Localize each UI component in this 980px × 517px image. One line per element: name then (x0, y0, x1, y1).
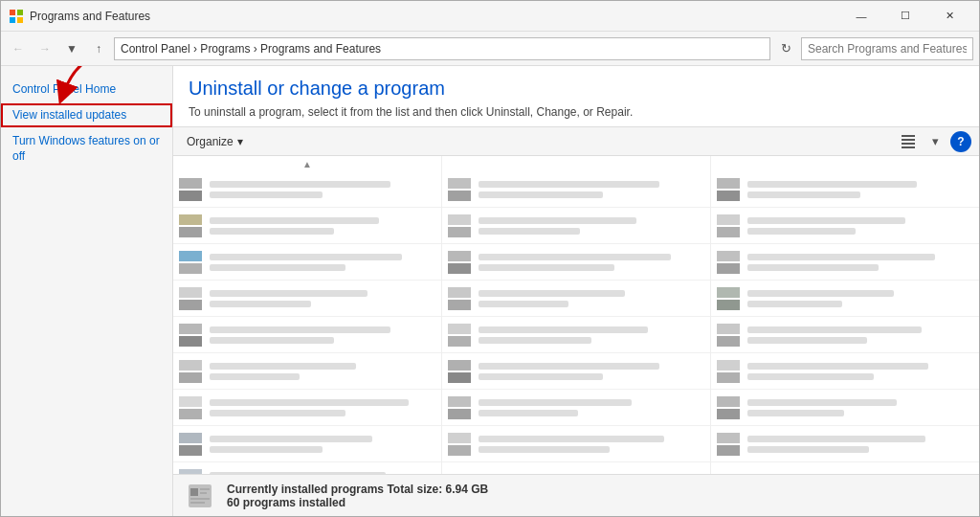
program-icon (448, 287, 471, 310)
program-info (210, 472, 435, 475)
program-icon (717, 433, 740, 456)
svg-rect-12 (190, 498, 210, 500)
svg-rect-1 (17, 10, 23, 15)
content-area: Uninstall or change a program To uninsta… (173, 66, 979, 516)
sidebar: Control Panel Home View installed update… (1, 66, 173, 516)
program-info (210, 326, 435, 344)
organize-button[interactable]: Organize ▾ (181, 131, 249, 152)
svg-rect-0 (10, 10, 15, 15)
program-icon (717, 396, 740, 419)
program-icon (717, 214, 740, 237)
program-icon (717, 324, 740, 347)
program-info (479, 290, 704, 307)
up-button[interactable]: ↑ (87, 37, 110, 60)
table-row[interactable] (711, 426, 979, 462)
window-title: Programs and Features (30, 10, 839, 23)
table-row[interactable] (442, 244, 710, 281)
table-row[interactable] (173, 244, 441, 281)
maximize-button[interactable]: ☐ (883, 1, 927, 32)
program-info (747, 436, 973, 453)
table-row[interactable] (711, 281, 979, 317)
table-row[interactable] (711, 390, 979, 426)
program-column-1: ▲ (173, 156, 442, 474)
table-row[interactable] (442, 426, 710, 462)
program-icon (448, 396, 471, 419)
svg-rect-5 (902, 139, 915, 141)
program-icon (717, 178, 740, 201)
table-row[interactable] (711, 171, 979, 208)
program-info (210, 290, 435, 307)
help-button[interactable]: ? (950, 131, 971, 152)
main-area: Control Panel Home View installed update… (1, 66, 979, 516)
table-row[interactable] (173, 426, 441, 462)
table-row[interactable] (442, 390, 710, 426)
sidebar-item-turn-windows-features[interactable]: Turn Windows features on or off (1, 129, 172, 169)
recent-locations-button[interactable]: ▼ (60, 37, 83, 60)
program-info (747, 290, 973, 307)
program-icon (179, 178, 202, 201)
program-info (210, 181, 435, 198)
table-row[interactable] (442, 171, 710, 208)
program-info (747, 326, 973, 344)
minimize-button[interactable]: — (839, 1, 883, 32)
table-row[interactable] (442, 208, 710, 244)
program-icon (179, 214, 202, 237)
toolbar: Organize ▾ ▾ ? (173, 127, 979, 156)
program-column-3 (711, 156, 979, 474)
program-column-2 (442, 156, 711, 474)
program-icon (448, 178, 471, 201)
program-info (479, 217, 704, 235)
svg-rect-11 (200, 492, 207, 494)
window-controls: — ☐ ✕ (839, 1, 971, 32)
program-icon (179, 287, 202, 310)
program-icon (717, 251, 740, 274)
program-info (479, 399, 704, 416)
table-row[interactable] (173, 353, 441, 390)
program-info (479, 254, 704, 271)
table-row[interactable] (442, 353, 710, 390)
program-info (210, 436, 435, 453)
table-row[interactable] (173, 390, 441, 426)
program-icon (179, 324, 202, 347)
footer: Currently installed programs Total size:… (173, 474, 979, 516)
program-info (210, 217, 435, 235)
program-info (210, 399, 435, 416)
title-bar: Programs and Features — ☐ ✕ (1, 1, 979, 32)
program-info (747, 217, 973, 235)
sidebar-item-control-panel-home[interactable]: Control Panel Home (1, 78, 172, 101)
table-row[interactable] (173, 462, 441, 474)
refresh-button[interactable]: ↻ (774, 37, 797, 60)
search-input[interactable] (801, 37, 973, 60)
program-info (210, 254, 435, 271)
address-path[interactable]: Control Panel › Programs › Programs and … (114, 37, 770, 60)
window-icon (9, 9, 24, 24)
toolbar-right: ▾ ? (897, 131, 971, 152)
forward-button[interactable]: → (33, 37, 56, 60)
table-row[interactable] (711, 244, 979, 281)
program-icon (448, 433, 471, 456)
table-row[interactable] (173, 317, 441, 353)
program-info (747, 399, 973, 416)
table-row[interactable] (173, 208, 441, 244)
address-bar: ← → ▼ ↑ Control Panel › Programs › Progr… (1, 32, 979, 66)
program-list[interactable]: ▲ (173, 156, 979, 474)
svg-rect-2 (10, 17, 15, 23)
table-row[interactable] (173, 171, 441, 208)
program-icon (179, 360, 202, 383)
program-icon (179, 433, 202, 456)
table-row[interactable] (442, 317, 710, 353)
close-button[interactable]: ✕ (927, 1, 971, 32)
table-row[interactable] (711, 353, 979, 390)
program-icon (448, 324, 471, 347)
table-row[interactable] (711, 317, 979, 353)
sidebar-item-view-installed-updates[interactable]: View installed updates (1, 103, 172, 127)
table-row[interactable] (442, 281, 710, 317)
program-icon (448, 360, 471, 383)
view-dropdown-button[interactable]: ▾ (924, 131, 947, 152)
view-details-button[interactable] (897, 131, 920, 152)
table-row[interactable] (173, 281, 441, 317)
back-button[interactable]: ← (7, 37, 30, 60)
program-icon (179, 396, 202, 419)
table-row[interactable] (711, 208, 979, 244)
programs-count-icon (185, 481, 215, 511)
